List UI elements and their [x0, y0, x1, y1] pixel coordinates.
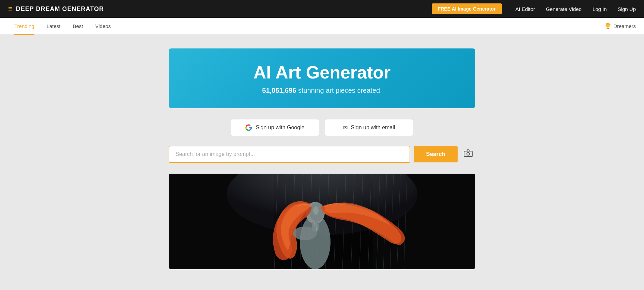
subnav-item-trending[interactable]: Trending [8, 18, 41, 35]
search-button[interactable]: Search [414, 146, 458, 162]
subnav-item-videos[interactable]: Videos [89, 18, 117, 35]
svg-point-1 [467, 153, 470, 155]
nav-links: AI Editor Generate Video Log In Sign Up [516, 6, 636, 12]
search-area: Search [169, 146, 475, 163]
signup-email-button[interactable]: ✉ Sign up with email [325, 119, 413, 136]
sub-navigation: Trending Latest Best Videos 🏆 Dreamers [0, 18, 644, 35]
hero-banner: AI Art Generator 51,051,696 stunning art… [169, 48, 475, 108]
art-canvas [169, 174, 475, 269]
hero-subtitle: 51,051,696 stunning art pieces created. [175, 87, 469, 95]
logo-icon: ≡ [8, 5, 13, 13]
sub-nav-links: Trending Latest Best Videos [8, 18, 117, 35]
dreamers-link[interactable]: 🏆 Dreamers [604, 23, 636, 29]
logo-text: DEEP DREAM GENERATOR [16, 5, 104, 13]
top-navigation: ≡ DEEP DREAM GENERATOR FREE AI Image Gen… [0, 0, 644, 18]
signup-google-button[interactable]: Sign up with Google [231, 119, 319, 136]
signup-area: Sign up with Google ✉ Sign up with email [169, 119, 475, 136]
nav-center: FREE AI Image Generator AI Editor Genera… [432, 3, 636, 14]
art-image-area [169, 174, 475, 269]
signup-google-label: Sign up with Google [256, 125, 304, 131]
nav-link-log-in[interactable]: Log In [593, 6, 607, 12]
svg-rect-0 [464, 151, 472, 157]
free-ai-image-generator-button[interactable]: FREE AI Image Generator [432, 3, 502, 14]
logo-area: ≡ DEEP DREAM GENERATOR [8, 5, 432, 13]
subnav-item-latest[interactable]: Latest [41, 18, 67, 35]
camera-search-button[interactable] [461, 147, 475, 162]
svg-point-27 [313, 206, 319, 215]
art-svg [169, 174, 475, 269]
nav-link-generate-video[interactable]: Generate Video [546, 6, 582, 12]
hero-title: AI Art Generator [175, 62, 469, 83]
dreamers-label: Dreamers [613, 23, 636, 29]
main-content: AI Art Generator 51,051,696 stunning art… [0, 35, 644, 290]
subnav-item-best[interactable]: Best [67, 18, 89, 35]
search-input-wrap [169, 146, 410, 163]
nav-link-sign-up[interactable]: Sign Up [618, 6, 636, 12]
google-icon [245, 124, 252, 131]
camera-icon [464, 149, 473, 157]
search-input[interactable] [169, 146, 410, 162]
svg-point-30 [293, 227, 317, 240]
email-icon: ✉ [343, 125, 348, 131]
hero-count: 51,051,696 [262, 87, 296, 94]
hero-subtitle-text: stunning art pieces created. [296, 87, 382, 94]
trophy-icon: 🏆 [604, 23, 611, 29]
signup-email-label: Sign up with email [351, 125, 395, 131]
nav-link-ai-editor[interactable]: AI Editor [516, 6, 535, 12]
